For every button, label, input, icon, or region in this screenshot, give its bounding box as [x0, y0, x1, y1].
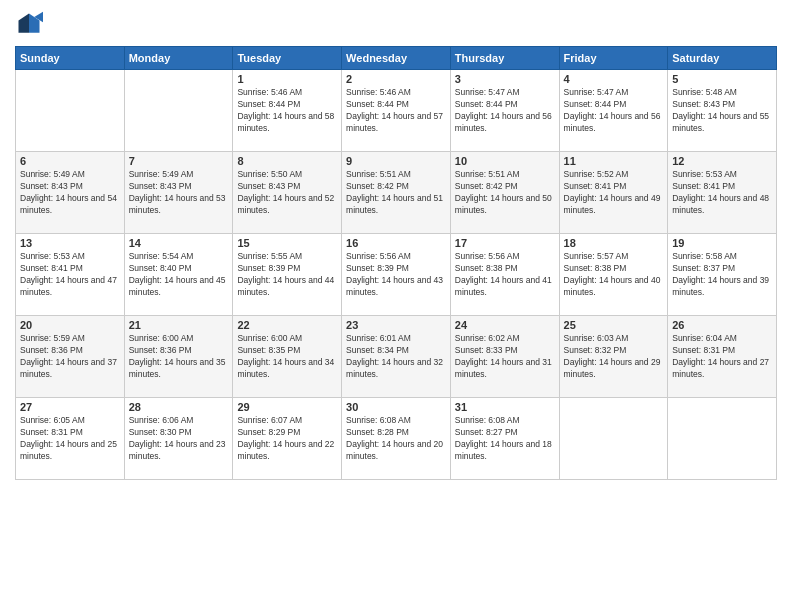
day-info: Sunrise: 5:47 AM Sunset: 8:44 PM Dayligh…	[564, 87, 664, 135]
day-number: 28	[129, 401, 229, 413]
day-info: Sunrise: 6:08 AM Sunset: 8:28 PM Dayligh…	[346, 415, 446, 463]
day-cell: 20Sunrise: 5:59 AM Sunset: 8:36 PM Dayli…	[16, 316, 125, 398]
day-cell: 28Sunrise: 6:06 AM Sunset: 8:30 PM Dayli…	[124, 398, 233, 480]
day-info: Sunrise: 5:47 AM Sunset: 8:44 PM Dayligh…	[455, 87, 555, 135]
header-cell-saturday: Saturday	[668, 47, 777, 70]
day-number: 17	[455, 237, 555, 249]
day-cell: 3Sunrise: 5:47 AM Sunset: 8:44 PM Daylig…	[450, 70, 559, 152]
day-number: 6	[20, 155, 120, 167]
day-info: Sunrise: 6:03 AM Sunset: 8:32 PM Dayligh…	[564, 333, 664, 381]
day-number: 14	[129, 237, 229, 249]
day-cell: 13Sunrise: 5:53 AM Sunset: 8:41 PM Dayli…	[16, 234, 125, 316]
day-cell	[559, 398, 668, 480]
day-number: 16	[346, 237, 446, 249]
calendar-table: SundayMondayTuesdayWednesdayThursdayFrid…	[15, 46, 777, 480]
day-info: Sunrise: 6:00 AM Sunset: 8:35 PM Dayligh…	[237, 333, 337, 381]
day-cell: 8Sunrise: 5:50 AM Sunset: 8:43 PM Daylig…	[233, 152, 342, 234]
page: SundayMondayTuesdayWednesdayThursdayFrid…	[0, 0, 792, 612]
week-row-2: 6Sunrise: 5:49 AM Sunset: 8:43 PM Daylig…	[16, 152, 777, 234]
day-cell: 24Sunrise: 6:02 AM Sunset: 8:33 PM Dayli…	[450, 316, 559, 398]
day-number: 30	[346, 401, 446, 413]
header-cell-wednesday: Wednesday	[342, 47, 451, 70]
day-number: 15	[237, 237, 337, 249]
logo	[15, 10, 47, 38]
day-number: 7	[129, 155, 229, 167]
day-info: Sunrise: 5:50 AM Sunset: 8:43 PM Dayligh…	[237, 169, 337, 217]
day-info: Sunrise: 5:51 AM Sunset: 8:42 PM Dayligh…	[455, 169, 555, 217]
day-cell: 19Sunrise: 5:58 AM Sunset: 8:37 PM Dayli…	[668, 234, 777, 316]
day-number: 22	[237, 319, 337, 331]
day-cell: 27Sunrise: 6:05 AM Sunset: 8:31 PM Dayli…	[16, 398, 125, 480]
day-cell: 23Sunrise: 6:01 AM Sunset: 8:34 PM Dayli…	[342, 316, 451, 398]
day-number: 2	[346, 73, 446, 85]
day-number: 23	[346, 319, 446, 331]
day-info: Sunrise: 6:02 AM Sunset: 8:33 PM Dayligh…	[455, 333, 555, 381]
day-info: Sunrise: 5:48 AM Sunset: 8:43 PM Dayligh…	[672, 87, 772, 135]
day-number: 25	[564, 319, 664, 331]
logo-icon	[15, 10, 43, 38]
day-info: Sunrise: 5:56 AM Sunset: 8:39 PM Dayligh…	[346, 251, 446, 299]
day-info: Sunrise: 5:57 AM Sunset: 8:38 PM Dayligh…	[564, 251, 664, 299]
day-cell: 16Sunrise: 5:56 AM Sunset: 8:39 PM Dayli…	[342, 234, 451, 316]
day-number: 8	[237, 155, 337, 167]
header-cell-monday: Monday	[124, 47, 233, 70]
day-cell: 29Sunrise: 6:07 AM Sunset: 8:29 PM Dayli…	[233, 398, 342, 480]
day-number: 20	[20, 319, 120, 331]
day-number: 1	[237, 73, 337, 85]
day-cell: 26Sunrise: 6:04 AM Sunset: 8:31 PM Dayli…	[668, 316, 777, 398]
day-cell: 4Sunrise: 5:47 AM Sunset: 8:44 PM Daylig…	[559, 70, 668, 152]
day-info: Sunrise: 5:58 AM Sunset: 8:37 PM Dayligh…	[672, 251, 772, 299]
day-cell: 18Sunrise: 5:57 AM Sunset: 8:38 PM Dayli…	[559, 234, 668, 316]
day-number: 9	[346, 155, 446, 167]
day-info: Sunrise: 5:52 AM Sunset: 8:41 PM Dayligh…	[564, 169, 664, 217]
day-cell: 10Sunrise: 5:51 AM Sunset: 8:42 PM Dayli…	[450, 152, 559, 234]
day-cell: 25Sunrise: 6:03 AM Sunset: 8:32 PM Dayli…	[559, 316, 668, 398]
day-cell: 5Sunrise: 5:48 AM Sunset: 8:43 PM Daylig…	[668, 70, 777, 152]
day-info: Sunrise: 5:49 AM Sunset: 8:43 PM Dayligh…	[129, 169, 229, 217]
header	[15, 10, 777, 38]
day-number: 18	[564, 237, 664, 249]
day-info: Sunrise: 5:53 AM Sunset: 8:41 PM Dayligh…	[672, 169, 772, 217]
day-cell: 30Sunrise: 6:08 AM Sunset: 8:28 PM Dayli…	[342, 398, 451, 480]
day-cell: 22Sunrise: 6:00 AM Sunset: 8:35 PM Dayli…	[233, 316, 342, 398]
day-number: 24	[455, 319, 555, 331]
day-info: Sunrise: 5:46 AM Sunset: 8:44 PM Dayligh…	[346, 87, 446, 135]
day-cell: 6Sunrise: 5:49 AM Sunset: 8:43 PM Daylig…	[16, 152, 125, 234]
day-number: 27	[20, 401, 120, 413]
header-cell-tuesday: Tuesday	[233, 47, 342, 70]
day-info: Sunrise: 6:06 AM Sunset: 8:30 PM Dayligh…	[129, 415, 229, 463]
day-number: 31	[455, 401, 555, 413]
week-row-1: 1Sunrise: 5:46 AM Sunset: 8:44 PM Daylig…	[16, 70, 777, 152]
day-info: Sunrise: 5:51 AM Sunset: 8:42 PM Dayligh…	[346, 169, 446, 217]
day-number: 3	[455, 73, 555, 85]
day-info: Sunrise: 5:56 AM Sunset: 8:38 PM Dayligh…	[455, 251, 555, 299]
day-info: Sunrise: 6:04 AM Sunset: 8:31 PM Dayligh…	[672, 333, 772, 381]
day-info: Sunrise: 5:53 AM Sunset: 8:41 PM Dayligh…	[20, 251, 120, 299]
week-row-3: 13Sunrise: 5:53 AM Sunset: 8:41 PM Dayli…	[16, 234, 777, 316]
day-number: 29	[237, 401, 337, 413]
day-info: Sunrise: 5:59 AM Sunset: 8:36 PM Dayligh…	[20, 333, 120, 381]
day-info: Sunrise: 6:01 AM Sunset: 8:34 PM Dayligh…	[346, 333, 446, 381]
svg-marker-1	[19, 14, 30, 33]
day-number: 19	[672, 237, 772, 249]
day-number: 12	[672, 155, 772, 167]
day-info: Sunrise: 6:08 AM Sunset: 8:27 PM Dayligh…	[455, 415, 555, 463]
day-number: 5	[672, 73, 772, 85]
day-cell	[16, 70, 125, 152]
day-cell: 17Sunrise: 5:56 AM Sunset: 8:38 PM Dayli…	[450, 234, 559, 316]
day-cell: 9Sunrise: 5:51 AM Sunset: 8:42 PM Daylig…	[342, 152, 451, 234]
day-cell: 2Sunrise: 5:46 AM Sunset: 8:44 PM Daylig…	[342, 70, 451, 152]
day-cell	[668, 398, 777, 480]
day-cell	[124, 70, 233, 152]
day-info: Sunrise: 6:07 AM Sunset: 8:29 PM Dayligh…	[237, 415, 337, 463]
header-cell-sunday: Sunday	[16, 47, 125, 70]
day-cell: 7Sunrise: 5:49 AM Sunset: 8:43 PM Daylig…	[124, 152, 233, 234]
day-cell: 1Sunrise: 5:46 AM Sunset: 8:44 PM Daylig…	[233, 70, 342, 152]
week-row-4: 20Sunrise: 5:59 AM Sunset: 8:36 PM Dayli…	[16, 316, 777, 398]
day-cell: 21Sunrise: 6:00 AM Sunset: 8:36 PM Dayli…	[124, 316, 233, 398]
header-row: SundayMondayTuesdayWednesdayThursdayFrid…	[16, 47, 777, 70]
day-cell: 11Sunrise: 5:52 AM Sunset: 8:41 PM Dayli…	[559, 152, 668, 234]
day-cell: 12Sunrise: 5:53 AM Sunset: 8:41 PM Dayli…	[668, 152, 777, 234]
day-info: Sunrise: 5:54 AM Sunset: 8:40 PM Dayligh…	[129, 251, 229, 299]
day-number: 21	[129, 319, 229, 331]
